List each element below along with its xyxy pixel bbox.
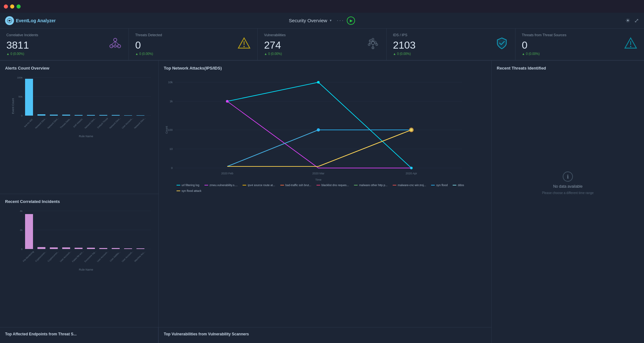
stat-change-threats-src: ▲ 0 (0.00%)	[522, 52, 638, 56]
svg-text:2020 Apr: 2020 Apr	[406, 172, 417, 175]
traffic-lights	[4, 4, 21, 9]
svg-text:2k: 2k	[20, 229, 23, 232]
theme-toggle-icon[interactable]: ☀	[625, 17, 630, 24]
no-data-sub-text: Please choose a different time range	[542, 191, 594, 195]
stat-threats-sources[interactable]: Threats from Threat Sources 0 ▲ 0 (0.00%…	[515, 29, 644, 60]
legend-bad-traffic: bad-traffic ssh brut...	[280, 184, 311, 187]
menu-right: ☀ ⤢	[625, 17, 639, 24]
svg-line-6	[115, 41, 119, 44]
svg-point-98	[410, 129, 413, 131]
stat-label-threats-src: Threats from Threat Sources	[522, 33, 638, 37]
network-attacks-chart: 10k 1k 100 10 0 2020 Feb 2020 Mar 2020 A…	[164, 74, 486, 182]
svg-rect-60	[87, 248, 95, 249]
alerts-count-panel: Alerts Count Overview Event Count 100k 5…	[0, 61, 158, 194]
no-data-state: ℹ No data available Please choose a diff…	[497, 74, 639, 292]
top-vulnerabilities-label: Top Vulnerabilities from Vulnerability S…	[159, 327, 491, 343]
svg-text:Rule Name: Rule Name	[79, 268, 93, 271]
svg-point-1	[114, 38, 117, 41]
no-data-text: No data available	[553, 184, 583, 189]
svg-text:Default Threat: Default Threat	[97, 117, 108, 129]
svg-text:File Monitoring: File Monitoring	[23, 250, 35, 262]
center-panel: Top Network Attacks(IPS/IDS) 10k 1k 100 …	[159, 61, 492, 343]
warning-outline-icon	[624, 36, 638, 53]
svg-text:User Account...: User Account...	[59, 250, 72, 263]
biohazard-icon	[366, 36, 380, 53]
dashboard-title[interactable]: Security Overview	[289, 18, 327, 23]
legend-blacklist-dns: blacklist dns reques...	[316, 184, 349, 187]
svg-point-21	[630, 46, 631, 47]
correlated-chart-svg: 4k 2k 0 File Monitoring Cryp	[15, 208, 154, 271]
svg-text:Cryptocurren...: Cryptocurren...	[35, 250, 47, 262]
info-icon: ℹ	[563, 172, 573, 182]
expand-icon[interactable]: ⤢	[634, 17, 639, 24]
maximize-button[interactable]	[17, 4, 21, 9]
network-attacks-svg: 10k 1k 100 10 0 2020 Feb 2020 Mar 2020 A…	[164, 74, 472, 182]
stats-bar: Correlative Incidents 3811 ▲ 0 (0.00%) T…	[0, 29, 644, 60]
legend-malware-cnc: malware-cnc win.troj...	[393, 184, 426, 187]
svg-text:1k: 1k	[169, 100, 173, 103]
stat-threats-detected[interactable]: Threats Detected 0 ▲ 0 (0.00%)	[129, 29, 258, 60]
svg-point-12	[243, 46, 245, 47]
svg-rect-63	[124, 248, 132, 249]
svg-point-94	[226, 100, 229, 103]
top-affected-endpoints-label: Top Affected Endpoints from Threat S...	[0, 327, 158, 343]
right-panel: Recent Threats Identified ℹ No data avai…	[492, 61, 644, 343]
svg-text:Network Devi...: Network Devi...	[35, 117, 47, 129]
recent-threats-panel: Recent Threats Identified ℹ No data avai…	[492, 61, 644, 343]
svg-text:100k: 100k	[17, 76, 23, 79]
svg-text:SAP Attacks: SAP Attacks	[73, 118, 83, 128]
svg-rect-59	[75, 248, 83, 249]
app-name: EventLog Analyzer	[16, 18, 56, 23]
stat-label-correlative: Correlative Incidents	[6, 33, 122, 37]
svg-rect-62	[112, 248, 120, 249]
svg-rect-55	[25, 214, 33, 249]
stat-change-correlative: ▲ 0 (0.00%)	[6, 52, 122, 56]
stat-value-ids: 2103	[393, 40, 509, 50]
play-button[interactable]: ▶	[347, 17, 355, 25]
svg-rect-58	[62, 247, 70, 249]
stat-vulnerabilities[interactable]: Vulnerabilities 274 ▲ 0 (0.00%)	[258, 29, 387, 60]
correlated-chart-container: 4k 2k 0 File Monitoring Cryp	[5, 208, 153, 271]
legend-ipv4: ipv4 source route at...	[242, 184, 275, 187]
close-button[interactable]	[4, 4, 8, 9]
stat-correlative-incidents[interactable]: Correlative Incidents 3811 ▲ 0 (0.00%)	[0, 29, 129, 60]
svg-rect-37	[136, 115, 144, 116]
legend-syn-flood: syn flood	[431, 184, 448, 187]
network-icon	[108, 36, 122, 53]
network-attacks-title: Top Network Attacks(IPS/IDS)	[164, 66, 486, 71]
recent-correlated-panel: Recent Correlated Incidents 4k 2k 0	[0, 194, 158, 327]
stat-ids-ips[interactable]: IDS / IPS 2103 ▲ 0 (0.00%)	[387, 29, 515, 60]
minimize-button[interactable]	[10, 4, 14, 9]
recent-correlated-title: Recent Correlated Incidents	[5, 199, 153, 204]
svg-text:Cryptocurren...: Cryptocurren...	[47, 250, 59, 262]
stat-change-ids: ▲ 0 (0.00%)	[393, 52, 509, 56]
stat-value-correlative: 3811	[6, 40, 122, 50]
svg-line-5	[111, 41, 115, 44]
svg-text:50k: 50k	[18, 95, 23, 98]
svg-text:0: 0	[171, 166, 173, 170]
svg-rect-61	[99, 248, 107, 249]
legend-ddos: ddos	[453, 184, 464, 187]
stat-label-vuln: Vulnerabilities	[264, 33, 380, 37]
svg-text:Excessive log...: Excessive log...	[84, 250, 97, 263]
stat-change-vuln: ▲ 0 (0.00%)	[264, 52, 380, 56]
svg-text:User Account...: User Account...	[121, 250, 134, 263]
app-logo: EventLog Analyzer	[5, 16, 56, 25]
svg-text:Failed file acc...: Failed file acc...	[72, 250, 84, 263]
svg-rect-31	[62, 115, 70, 116]
recent-threats-title: Recent Threats Identified	[497, 66, 639, 71]
menu-bar: EventLog Analyzer Security Overview ▾ ··…	[0, 13, 644, 29]
svg-text:Rule Name: Rule Name	[79, 135, 93, 138]
title-dropdown-icon[interactable]: ▾	[330, 18, 332, 23]
svg-text:10k: 10k	[168, 81, 173, 84]
center-title-area: Security Overview ▾ ··· ▶	[289, 17, 355, 25]
legend-zmeu: zmeu.vulnerability.s....	[204, 184, 237, 187]
svg-text:Time: Time	[315, 178, 322, 181]
legend-syn-flood-attack: syn flood attack	[176, 189, 202, 192]
svg-text:User Account...: User Account...	[96, 250, 109, 263]
svg-rect-56	[37, 247, 45, 249]
network-attacks-panel: Top Network Attacks(IPS/IDS) 10k 1k 100 …	[159, 61, 491, 327]
svg-text:Network Devi...: Network Devi...	[134, 117, 146, 129]
alerts-count-title: Alerts Count Overview	[5, 66, 153, 71]
shield-icon	[495, 36, 509, 53]
